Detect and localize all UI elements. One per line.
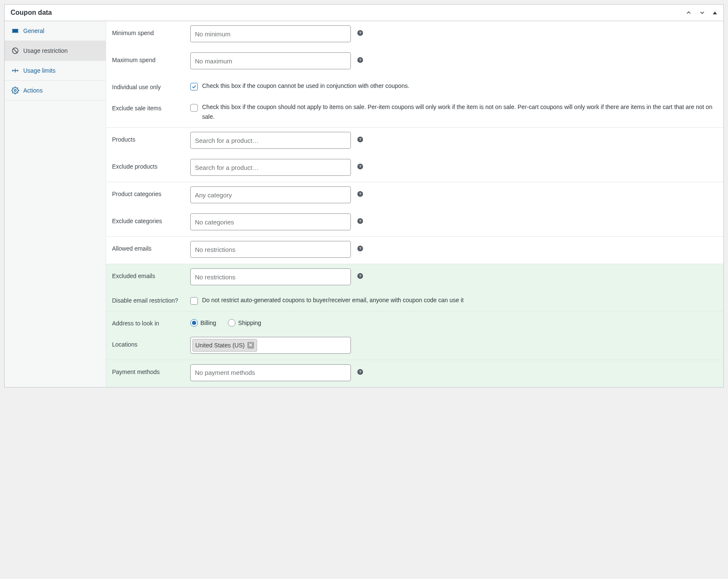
panel-header: Coupon data: [5, 5, 723, 21]
section-products: Products ? Exclude products ?: [106, 128, 723, 182]
section-categories: Product categories ? Exclude categories …: [106, 182, 723, 237]
product-categories-input[interactable]: [190, 186, 351, 203]
tab-usage-limits[interactable]: Usage limits: [5, 61, 106, 81]
label-allowed-emails: Allowed emails: [112, 241, 186, 252]
radio-label: Billing: [200, 320, 216, 326]
products-input[interactable]: [190, 132, 351, 149]
row-exclude-products: Exclude products ?: [106, 155, 723, 182]
svg-text:?: ?: [359, 165, 361, 169]
row-allowed-emails: Allowed emails ?: [106, 237, 723, 264]
row-exclude-sale: Exclude sale items Check this box if the…: [106, 96, 723, 127]
help-icon[interactable]: ?: [357, 163, 364, 170]
label-minimum-spend: Minimum spend: [112, 25, 186, 36]
address-radio-group: Billing Shipping: [190, 316, 261, 327]
help-icon[interactable]: ?: [357, 245, 364, 252]
label-locations: Locations: [112, 337, 186, 348]
panel-body: General Usage restriction Usage limits A…: [5, 21, 723, 387]
disable-email-restriction-checkbox[interactable]: [190, 297, 198, 305]
help-icon[interactable]: ?: [357, 218, 364, 224]
svg-point-7: [14, 90, 16, 92]
section-payment-methods: Payment methods ?: [106, 360, 723, 387]
row-maximum-spend: Maximum spend ?: [106, 48, 723, 75]
section-address-locations: Address to look in Billing Shipping: [106, 311, 723, 360]
section-spend: Minimum spend ? Maximum spend ?: [106, 21, 723, 128]
svg-text:?: ?: [359, 247, 361, 251]
exclude-products-input[interactable]: [190, 159, 351, 176]
row-address: Address to look in Billing Shipping: [106, 311, 723, 333]
svg-text:?: ?: [359, 58, 361, 62]
limits-icon: [11, 67, 19, 74]
exclude-sale-desc: Check this box if the coupon should not …: [202, 102, 717, 121]
label-maximum-spend: Maximum spend: [112, 52, 186, 63]
maximum-spend-input[interactable]: [190, 52, 351, 69]
section-allowed-emails: Allowed emails ?: [106, 237, 723, 264]
chevron-up-icon[interactable]: [685, 9, 692, 16]
svg-text:?: ?: [359, 274, 361, 279]
radio-shipping[interactable]: Shipping: [228, 319, 261, 327]
row-product-categories: Product categories ?: [106, 182, 723, 209]
svg-line-2: [13, 49, 17, 53]
help-icon[interactable]: ?: [357, 191, 364, 197]
block-icon: [11, 47, 19, 55]
row-excluded-emails: Excluded emails ?: [106, 264, 723, 291]
label-products: Products: [112, 132, 186, 143]
tab-actions[interactable]: Actions: [5, 81, 106, 101]
label-address: Address to look in: [112, 316, 186, 327]
help-icon[interactable]: ?: [357, 30, 364, 36]
row-disable-email-restriction: Disable email restriction? Do not restri…: [106, 291, 723, 311]
exclude-sale-checkbox[interactable]: [190, 104, 198, 112]
svg-text:?: ?: [359, 370, 361, 374]
svg-text:?: ?: [359, 192, 361, 197]
chevron-down-icon[interactable]: [699, 9, 706, 16]
exclude-categories-input[interactable]: [190, 213, 351, 230]
label-excluded-emails: Excluded emails: [112, 268, 186, 279]
tab-label: Usage limits: [23, 67, 55, 74]
svg-text:?: ?: [359, 138, 361, 142]
tag-label: United States (US): [195, 342, 245, 349]
gear-icon: [11, 87, 19, 94]
tab-general[interactable]: General: [5, 21, 106, 41]
location-tag: United States (US) ✕: [192, 339, 257, 352]
tab-label: General: [23, 27, 44, 34]
row-payment-methods: Payment methods ?: [106, 360, 723, 387]
content: Minimum spend ? Maximum spend ?: [106, 21, 723, 387]
svg-marker-0: [713, 11, 717, 14]
row-minimum-spend: Minimum spend ?: [106, 21, 723, 48]
panel-title: Coupon data: [11, 9, 52, 16]
row-locations: Locations United States (US) ✕: [106, 333, 723, 360]
label-individual-use: Individual use only: [112, 79, 186, 90]
sidebar-tabs: General Usage restriction Usage limits A…: [5, 21, 106, 387]
radio-icon: [228, 319, 235, 327]
label-exclude-categories: Exclude categories: [112, 213, 186, 224]
radio-billing[interactable]: Billing: [190, 319, 216, 327]
tab-label: Usage restriction: [23, 47, 68, 54]
section-excluded-emails: Excluded emails ? Disable email restrict…: [106, 264, 723, 311]
label-exclude-products: Exclude products: [112, 159, 186, 170]
tab-label: Actions: [23, 87, 43, 94]
row-products: Products ?: [106, 128, 723, 155]
help-icon[interactable]: ?: [357, 136, 364, 143]
allowed-emails-input[interactable]: [190, 241, 351, 258]
svg-text:?: ?: [359, 31, 361, 35]
close-icon[interactable]: ✕: [247, 342, 254, 349]
disable-email-restriction-desc: Do not restrict auto-generated coupons t…: [202, 295, 464, 305]
help-icon[interactable]: ?: [357, 369, 364, 375]
ticket-icon: [11, 27, 19, 35]
help-icon[interactable]: ?: [357, 57, 364, 63]
help-icon[interactable]: ?: [357, 273, 364, 279]
panel-controls: [685, 9, 717, 16]
collapse-icon[interactable]: [712, 10, 717, 15]
minimum-spend-input[interactable]: [190, 25, 351, 42]
locations-input[interactable]: United States (US) ✕: [190, 337, 351, 354]
label-payment-methods: Payment methods: [112, 364, 186, 375]
svg-text:?: ?: [359, 219, 361, 224]
radio-icon: [190, 319, 198, 327]
row-exclude-categories: Exclude categories ?: [106, 209, 723, 236]
excluded-emails-input[interactable]: [190, 268, 351, 285]
individual-use-checkbox[interactable]: [190, 83, 198, 90]
tab-usage-restriction[interactable]: Usage restriction: [5, 41, 106, 61]
coupon-data-panel: Coupon data General: [4, 4, 724, 388]
label-product-categories: Product categories: [112, 186, 186, 197]
payment-methods-input[interactable]: [190, 364, 351, 381]
radio-label: Shipping: [238, 320, 261, 326]
